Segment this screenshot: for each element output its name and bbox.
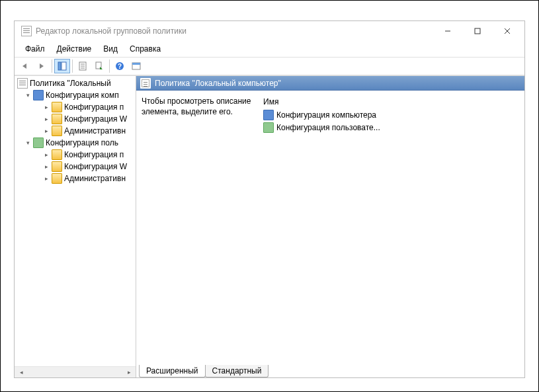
- tab-standard[interactable]: Стандартный: [205, 365, 269, 377]
- tree-item[interactable]: ▸ Административн: [15, 125, 136, 137]
- minimize-button[interactable]: [433, 22, 462, 40]
- tree-user-config[interactable]: ▾ Конфигурация поль: [15, 137, 136, 149]
- folder-icon: [52, 149, 62, 160]
- content-header-title: Политика "Локальный компьютер": [155, 79, 281, 88]
- tree-item-label: Конфигурация п: [64, 150, 124, 159]
- policy-icon: [140, 78, 151, 89]
- svg-rect-1: [475, 28, 480, 34]
- properties-button[interactable]: [75, 59, 91, 73]
- tree-item-label: Административн: [64, 126, 126, 136]
- tree-item[interactable]: ▸ Административн: [15, 173, 136, 184]
- tree-item[interactable]: ▸ Конфигурация W: [15, 113, 136, 125]
- help-button[interactable]: ?: [112, 59, 128, 73]
- expander-closed-icon[interactable]: ▸: [42, 151, 50, 159]
- horizontal-scrollbar[interactable]: ◂ ▸: [15, 366, 136, 377]
- column-header-name[interactable]: Имя: [261, 96, 519, 108]
- computer-icon: [33, 90, 44, 100]
- folder-icon: [52, 126, 62, 136]
- policy-icon: [17, 78, 28, 89]
- expander-closed-icon[interactable]: ▸: [42, 103, 50, 111]
- list-item[interactable]: Конфигурация пользовате...: [261, 121, 519, 134]
- expander-closed-icon[interactable]: ▸: [42, 127, 50, 135]
- toolbar-separator: [52, 59, 52, 73]
- tree-panel: Политика "Локальный ▾ Конфигурация комп …: [15, 76, 136, 377]
- expander-open-icon[interactable]: ▾: [24, 91, 32, 99]
- export-list-button[interactable]: [91, 59, 107, 73]
- computer-icon: [263, 110, 274, 120]
- tab-extended[interactable]: Расширенный: [139, 365, 206, 377]
- tree-item-label: Конфигурация W: [64, 114, 127, 124]
- user-icon: [263, 122, 274, 133]
- titlebar: Редактор локальной групповой политики: [15, 21, 524, 41]
- filter-button[interactable]: [128, 59, 144, 73]
- expander-open-icon[interactable]: ▾: [24, 139, 32, 147]
- close-button[interactable]: [492, 22, 522, 40]
- tree-item-label: Конфигурация W: [64, 162, 127, 171]
- list-item[interactable]: Конфигурация компьютера: [261, 108, 519, 121]
- window-title: Редактор локальной групповой политики: [36, 26, 433, 36]
- svg-rect-14: [132, 63, 140, 65]
- forward-button[interactable]: [34, 59, 50, 73]
- menu-file[interactable]: Файл: [20, 42, 50, 56]
- tree-root-label: Политика "Локальный: [30, 79, 111, 88]
- menu-help[interactable]: Справка: [124, 42, 166, 56]
- back-button[interactable]: [17, 59, 33, 73]
- expander-closed-icon[interactable]: ▸: [42, 163, 50, 171]
- svg-rect-4: [58, 62, 61, 70]
- tree-item-label: Конфигурация поль: [46, 138, 118, 147]
- tree-root[interactable]: Политика "Локальный: [15, 77, 136, 89]
- tree-item[interactable]: ▸ Конфигурация п: [15, 149, 136, 161]
- tree-item-label: Конфигурация комп: [46, 91, 119, 100]
- folder-icon: [52, 114, 62, 124]
- toolbar: ?: [15, 57, 524, 75]
- folder-icon: [52, 102, 62, 112]
- content-header: Политика "Локальный компьютер": [136, 76, 524, 91]
- tree-item-label: Административн: [64, 174, 126, 183]
- scroll-right-icon[interactable]: ▸: [124, 368, 134, 377]
- folder-icon: [52, 161, 62, 172]
- menubar: Файл Действие Вид Справка: [15, 41, 524, 57]
- folder-icon: [52, 173, 62, 184]
- tree-item[interactable]: ▸ Конфигурация W: [15, 161, 136, 173]
- tree-item[interactable]: ▸ Конфигурация п: [15, 101, 136, 113]
- app-icon: [21, 26, 32, 36]
- menu-view[interactable]: Вид: [98, 42, 123, 56]
- description-pane: Чтобы просмотреть описание элемента, выд…: [142, 96, 261, 358]
- expander-closed-icon[interactable]: ▸: [42, 175, 50, 182]
- show-hide-tree-button[interactable]: [54, 59, 70, 73]
- menu-action[interactable]: Действие: [52, 42, 97, 56]
- maximize-button[interactable]: [462, 22, 492, 40]
- expander-closed-icon[interactable]: ▸: [42, 115, 50, 123]
- tree-item-label: Конфигурация п: [64, 102, 124, 112]
- toolbar-separator: [72, 59, 73, 73]
- svg-rect-5: [62, 62, 66, 70]
- user-icon: [33, 137, 44, 148]
- description-text: Чтобы просмотреть описание элемента, выд…: [142, 97, 251, 116]
- tab-strip: Расширенный Стандартный: [136, 364, 524, 377]
- tree-computer-config[interactable]: ▾ Конфигурация комп: [15, 89, 136, 101]
- list-item-label: Конфигурация пользовате...: [276, 123, 380, 132]
- main-panel: Политика "Локальный компьютер" Чтобы про…: [136, 76, 524, 377]
- toolbar-separator: [109, 59, 110, 73]
- scroll-left-icon[interactable]: ◂: [16, 368, 26, 377]
- list-item-label: Конфигурация компьютера: [276, 110, 376, 120]
- svg-text:?: ?: [118, 63, 122, 70]
- list-pane: Имя Конфигурация компьютера Конфигурация…: [261, 96, 519, 358]
